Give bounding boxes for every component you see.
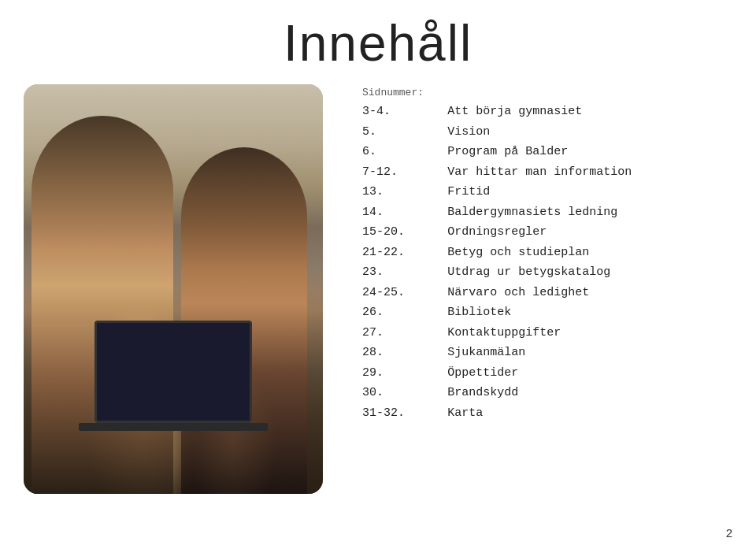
page-title: Innehåll bbox=[0, 0, 756, 80]
toc-row: 31-32.Karta bbox=[362, 403, 732, 424]
toc-number: 15-20. bbox=[362, 222, 447, 243]
toc-row: 26.Bibliotek bbox=[362, 302, 732, 323]
toc-row: 13.Fritid bbox=[362, 182, 732, 202]
toc-number: 30. bbox=[362, 383, 447, 403]
toc-number: 7-12. bbox=[362, 162, 447, 183]
toc-number: 28. bbox=[362, 343, 447, 363]
toc-row: 15-20.Ordningsregler bbox=[362, 222, 732, 243]
toc-row: 21-22.Betyg och studieplan bbox=[362, 243, 732, 263]
photo-image bbox=[24, 84, 323, 494]
toc-number: 24-25. bbox=[362, 283, 447, 303]
toc-number: 21-22. bbox=[362, 243, 447, 263]
toc-number: 3-4. bbox=[362, 102, 447, 122]
toc-title: Att börja gymnasiet bbox=[447, 102, 732, 122]
toc-number: 23. bbox=[362, 262, 447, 283]
toc-number: 6. bbox=[362, 142, 447, 162]
toc-title: Kontaktuppgifter bbox=[447, 323, 732, 343]
toc-title: Var hittar man information bbox=[447, 162, 732, 183]
toc-number: 31-32. bbox=[362, 403, 447, 424]
toc-row: 6.Program på Balder bbox=[362, 142, 732, 162]
toc-title: Vision bbox=[447, 122, 732, 143]
toc-title: Program på Balder bbox=[447, 142, 732, 162]
content-area: Sidnummer: 3-4.Att börja gymnasiet5.Visi… bbox=[0, 80, 756, 549]
laptop-base bbox=[79, 423, 268, 431]
toc-number: 5. bbox=[362, 122, 447, 143]
page-number: 2 bbox=[726, 526, 732, 540]
toc-row: 5.Vision bbox=[362, 122, 732, 143]
toc-row: 27.Kontaktuppgifter bbox=[362, 323, 732, 343]
toc-title: Betyg och studieplan bbox=[447, 243, 732, 263]
toc-row: 23.Utdrag ur betygskatalog bbox=[362, 262, 732, 283]
toc-title: Bibliotek bbox=[447, 302, 732, 323]
toc-title: Fritid bbox=[447, 182, 732, 202]
toc-title: Sjukanmälan bbox=[447, 343, 732, 363]
toc-row: 14.Baldergymnasiets ledning bbox=[362, 202, 732, 223]
toc-number: 26. bbox=[362, 302, 447, 323]
toc-row: 30.Brandskydd bbox=[362, 383, 732, 403]
toc-row: 28.Sjukanmälan bbox=[362, 343, 732, 363]
toc-row: 7-12.Var hittar man information bbox=[362, 162, 732, 183]
toc-label: Sidnummer: bbox=[362, 87, 732, 98]
toc-title: Öppettider bbox=[447, 363, 732, 384]
toc-title: Utdrag ur betygskatalog bbox=[447, 262, 732, 283]
toc-number: 14. bbox=[362, 202, 447, 223]
toc-title: Karta bbox=[447, 403, 732, 424]
toc-section: Sidnummer: 3-4.Att börja gymnasiet5.Visi… bbox=[354, 80, 732, 533]
toc-row: 24-25.Närvaro och ledighet bbox=[362, 283, 732, 303]
toc-number: 29. bbox=[362, 363, 447, 384]
toc-number: 13. bbox=[362, 182, 447, 202]
person-left bbox=[32, 116, 173, 494]
toc-title: Ordningsregler bbox=[447, 222, 732, 243]
toc-row: 29.Öppettider bbox=[362, 363, 732, 384]
toc-title: Brandskydd bbox=[447, 383, 732, 403]
page-container: Innehåll Sidnummer: 3-4.Att börja gymnas… bbox=[0, 0, 756, 549]
toc-number: 27. bbox=[362, 323, 447, 343]
toc-title: Baldergymnasiets ledning bbox=[447, 202, 732, 223]
toc-row: 3-4.Att börja gymnasiet bbox=[362, 102, 732, 122]
laptop-screen bbox=[94, 321, 252, 423]
toc-table: 3-4.Att börja gymnasiet5.Vision6.Program… bbox=[362, 102, 732, 423]
toc-title: Närvaro och ledighet bbox=[447, 283, 732, 303]
